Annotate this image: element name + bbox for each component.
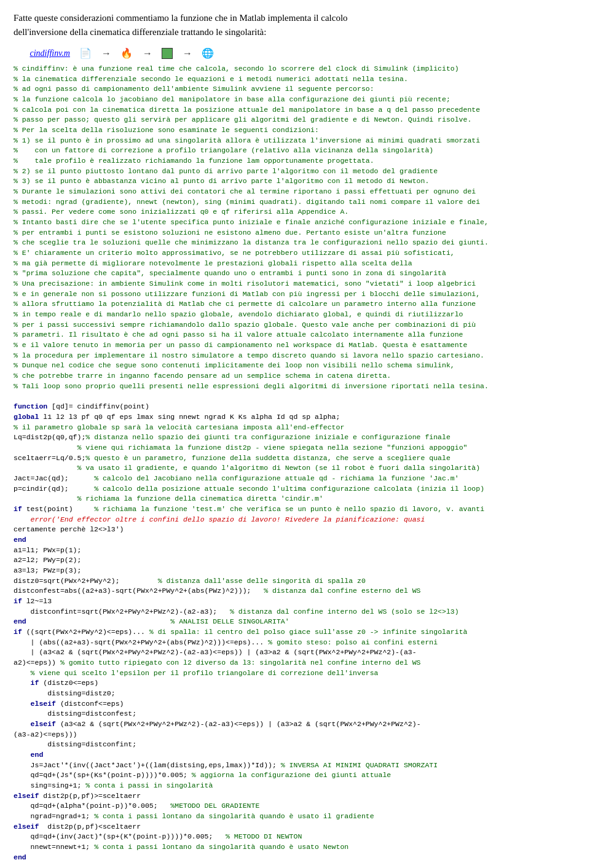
arrow-3: → xyxy=(183,48,192,59)
header-line2: dell'inversione della cinematica differe… xyxy=(14,27,266,37)
globe-icon: 🌐 xyxy=(202,47,214,59)
file-link[interactable]: cindiffinv.m xyxy=(30,49,70,58)
arrow-1: → xyxy=(101,48,111,59)
arrow-2: → xyxy=(143,48,152,59)
fire-icon: 🔥 xyxy=(120,47,133,59)
header-paragraph: Fatte queste considerazioni commentiamo … xyxy=(14,11,576,39)
green-icon xyxy=(162,48,173,59)
code-container: % cindiffinv: è una funzione real time c… xyxy=(14,64,576,862)
file-link-row: cindiffinv.m 📄 → 🔥 → → 🌐 xyxy=(14,47,576,59)
header-line1: Fatte queste considerazioni commentiamo … xyxy=(14,13,348,23)
doc-icon: 📄 xyxy=(79,47,92,59)
